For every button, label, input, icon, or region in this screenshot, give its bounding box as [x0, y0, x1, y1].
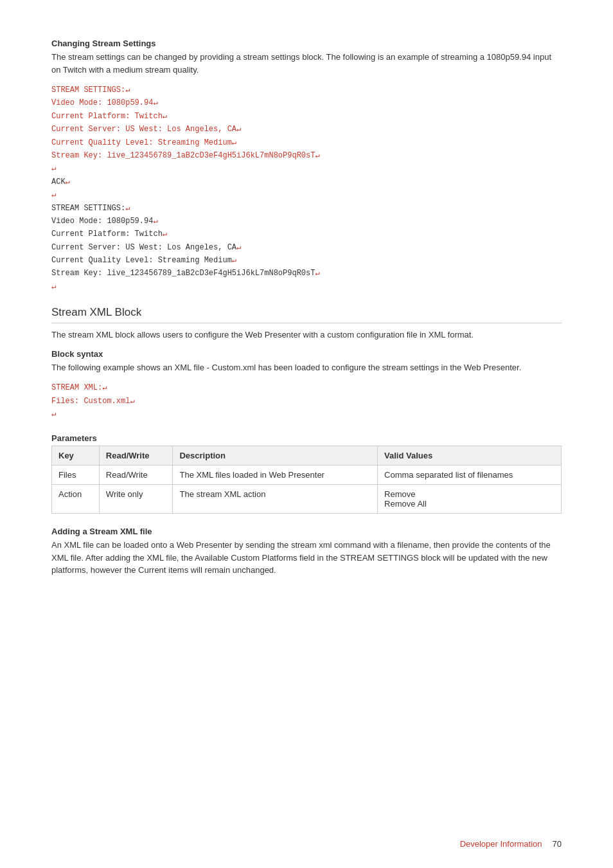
- code-line: Video Mode: 1080p59.94↵: [51, 215, 562, 228]
- stream-xml-block-heading: Stream XML Block: [51, 306, 562, 323]
- cell-key: Files: [52, 466, 100, 485]
- code-line: Stream Key: live_123456789_1aB2cD3eF4gH5…: [51, 149, 562, 162]
- code-line: Files: Custom.xml↵: [51, 395, 562, 408]
- parameters-table: Key Read/Write Description Valid Values …: [51, 446, 562, 514]
- code-line: ↵: [51, 188, 562, 201]
- col-readwrite: Read/Write: [99, 446, 173, 466]
- footer-link[interactable]: Developer Information: [460, 839, 542, 849]
- changing-stream-settings-heading: Changing Stream Settings: [51, 39, 562, 48]
- col-description: Description: [173, 446, 378, 466]
- table-row: Action Write only The stream XML action …: [52, 485, 562, 514]
- block-syntax-description: The following example shows an XML file …: [51, 361, 562, 374]
- changing-stream-settings-description: The stream settings can be changed by pr…: [51, 51, 562, 76]
- adding-xml-description: An XML file can be loaded onto a Web Pre…: [51, 539, 562, 577]
- adding-xml-section: Adding a Stream XML file An XML file can…: [51, 527, 562, 577]
- cell-validvalues: RemoveRemove All: [378, 485, 562, 514]
- code-line: ↵: [51, 162, 562, 175]
- footer-page-number: 70: [553, 839, 562, 849]
- footer: Developer Information 70: [460, 839, 562, 849]
- stream-xml-code-block: STREAM XML:↵ Files: Custom.xml↵ ↵: [51, 381, 562, 420]
- table-row: Files Read/Write The XML files loaded in…: [52, 466, 562, 485]
- cell-key: Action: [52, 485, 100, 514]
- changing-stream-settings-section: Changing Stream Settings The stream sett…: [51, 39, 562, 293]
- code-line: Video Mode: 1080p59.94↵: [51, 96, 562, 109]
- code-line: STREAM SETTINGS:↵: [51, 202, 562, 215]
- code-line: Current Platform: Twitch↵: [51, 228, 562, 240]
- cell-description: The stream XML action: [173, 485, 378, 514]
- code-line: Current Server: US West: Los Angeles, CA…: [51, 123, 562, 136]
- code-line: ↵: [51, 280, 562, 293]
- table-header-row: Key Read/Write Description Valid Values: [52, 446, 562, 466]
- block-syntax-section: Block syntax The following example shows…: [51, 349, 562, 421]
- code-line: STREAM XML:↵: [51, 381, 562, 394]
- stream-settings-code-block-1: STREAM SETTINGS:↵ Video Mode: 1080p59.94…: [51, 84, 562, 293]
- code-line: Stream Key: live_123456789_1aB2cD3eF4gH5…: [51, 267, 562, 280]
- cell-readwrite: Write only: [99, 485, 173, 514]
- cell-description: The XML files loaded in Web Presenter: [173, 466, 378, 485]
- stream-xml-block-section: Stream XML Block The stream XML block al…: [51, 306, 562, 577]
- code-line: Current Quality Level: Streaming Medium↵: [51, 254, 562, 267]
- code-line: ↵: [51, 408, 562, 420]
- cell-readwrite: Read/Write: [99, 466, 173, 485]
- parameters-heading: Parameters: [51, 433, 562, 443]
- code-line: Current Server: US West: Los Angeles, CA…: [51, 241, 562, 254]
- code-line: STREAM SETTINGS:↵: [51, 84, 562, 96]
- block-syntax-heading: Block syntax: [51, 349, 562, 359]
- col-validvalues: Valid Values: [378, 446, 562, 466]
- parameters-section: Parameters Key Read/Write Description Va…: [51, 433, 562, 514]
- col-key: Key: [52, 446, 100, 466]
- stream-xml-block-description: The stream XML block allows users to con…: [51, 329, 562, 341]
- code-line: ACK↵: [51, 176, 562, 188]
- cell-validvalues: Comma separated list of filenames: [378, 466, 562, 485]
- code-line: Current Platform: Twitch↵: [51, 110, 562, 123]
- code-line: Current Quality Level: Streaming Medium↵: [51, 136, 562, 149]
- adding-xml-heading: Adding a Stream XML file: [51, 527, 562, 536]
